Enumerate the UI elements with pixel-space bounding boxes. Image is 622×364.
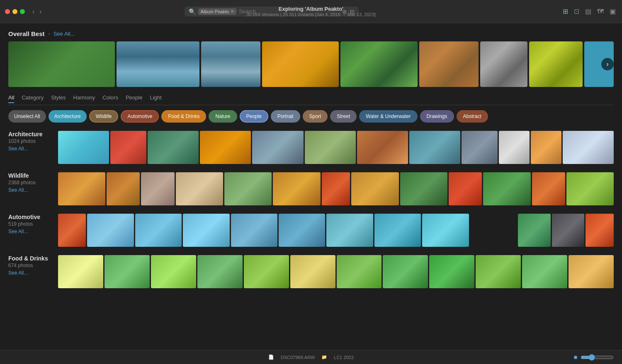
hero-img-8[interactable] [529,41,583,87]
hero-img-3[interactable] [201,41,260,87]
automotive-thumb-5[interactable] [231,214,277,247]
wildlife-thumb-4[interactable] [176,172,223,205]
category-food-button[interactable]: Food & Drinks [161,110,206,123]
wildlife-thumb-2[interactable] [107,172,140,205]
panel-view-button[interactable]: ▤ [584,6,593,17]
search-tag[interactable]: Album Peakto ✕ [198,8,236,15]
automotive-thumb-7[interactable] [326,214,373,247]
architecture-thumb-1[interactable] [58,131,109,164]
grid-medium-view-button[interactable]: ⊡ [573,6,581,17]
food-thumb-11[interactable] [522,255,567,288]
architecture-thumb-12[interactable] [563,131,614,164]
maximize-button[interactable] [20,9,25,14]
food-thumb-6[interactable] [290,255,335,288]
grid-small-view-button[interactable]: ⊞ [561,6,569,17]
category-buttons: Unselect All Architecture Wildlife Autom… [8,110,614,123]
wildlife-thumb-9[interactable] [400,172,447,205]
zoom-slider[interactable] [581,354,614,361]
architecture-thumb-10[interactable] [499,131,530,164]
category-abstract-button[interactable]: Abstract [457,110,488,123]
automotive-thumb-12[interactable] [552,214,585,247]
search-tag-close[interactable]: ✕ [231,9,234,14]
architecture-thumb-4[interactable] [200,131,251,164]
category-drawings-button[interactable]: Drawings [420,110,454,123]
wildlife-thumb-10[interactable] [449,172,482,205]
wildlife-thumb-13[interactable] [566,172,614,205]
automotive-thumb-8[interactable] [374,214,421,247]
category-architecture-button[interactable]: Architecture [49,110,87,123]
category-automotive-button[interactable]: Automotive [121,110,159,123]
wildlife-thumb-8[interactable] [351,172,398,205]
hero-img-7[interactable] [480,41,527,87]
category-sport-button[interactable]: Sport [303,110,328,123]
wildlife-thumb-6[interactable] [273,172,320,205]
automotive-thumb-11[interactable] [518,214,551,247]
architecture-thumb-5[interactable] [252,131,303,164]
forward-button[interactable]: › [38,7,43,16]
food-thumb-3[interactable] [151,255,196,288]
hero-img-1[interactable] [8,41,115,87]
automotive-thumb-4[interactable] [183,214,229,247]
minimize-button[interactable] [12,9,17,14]
section-food-seeall[interactable]: See All... [8,270,58,276]
food-thumb-1[interactable] [58,255,103,288]
category-wildlife-button[interactable]: Wildlife [89,110,119,123]
tab-harmony[interactable]: Harmony [73,94,95,103]
section-architecture-seeall[interactable]: See All... [8,146,58,152]
architecture-thumb-8[interactable] [409,131,460,164]
wildlife-thumb-5[interactable] [224,172,272,205]
architecture-thumb-6[interactable] [305,131,356,164]
food-thumb-4[interactable] [197,255,243,288]
hero-img-4[interactable] [262,41,339,87]
automotive-thumb-10[interactable] [470,214,517,247]
food-thumb-9[interactable] [429,255,474,288]
hero-img-6[interactable] [419,41,479,87]
section-wildlife-seeall[interactable]: See All... [8,187,58,193]
tab-colors[interactable]: Colors [102,94,118,103]
section-wildlife-row: Wildlife 2368 photos See All... [8,172,614,205]
tab-category[interactable]: Category [22,94,44,103]
food-thumb-12[interactable] [569,255,614,288]
automotive-thumb-13[interactable] [586,214,613,247]
hero-next-button[interactable]: › [601,58,614,70]
wildlife-thumb-7[interactable] [322,172,350,205]
map-view-button[interactable]: 🗺 [596,7,605,17]
automotive-thumb-1[interactable] [58,214,86,247]
food-thumb-10[interactable] [476,255,521,288]
architecture-thumb-2[interactable] [110,131,146,164]
tab-light[interactable]: Light [150,94,161,103]
close-button[interactable] [5,9,10,14]
category-street-button[interactable]: Street [330,110,357,123]
wildlife-thumb-11[interactable] [483,172,530,205]
tab-people[interactable]: People [126,94,142,103]
unselect-all-button[interactable]: Unselect All [8,110,46,123]
overall-best-see-all[interactable]: See All... [53,31,75,37]
category-portrait-button[interactable]: Portrait [271,110,300,123]
hero-img-2[interactable] [117,41,199,87]
automotive-thumb-9[interactable] [422,214,469,247]
wildlife-thumb-1[interactable] [58,172,105,205]
architecture-thumb-3[interactable] [148,131,199,164]
category-nature-button[interactable]: Nature [209,110,237,123]
tab-styles[interactable]: Styles [51,94,66,103]
window-subtitle: 30 094 Versions | 25 311 Instants [Jan 4… [246,12,376,17]
wildlife-thumb-12[interactable] [532,172,565,205]
food-thumb-2[interactable] [104,255,150,288]
automotive-thumb-6[interactable] [279,214,325,247]
architecture-thumb-9[interactable] [462,131,497,164]
automotive-thumb-3[interactable] [135,214,182,247]
architecture-thumb-11[interactable] [531,131,561,164]
food-thumb-7[interactable] [337,255,382,288]
tab-all[interactable]: All [8,94,14,103]
automotive-thumb-2[interactable] [87,214,134,247]
hero-img-5[interactable] [340,41,418,87]
food-thumb-5[interactable] [244,255,289,288]
category-water-button[interactable]: Water & Underwater [359,110,417,123]
back-button[interactable]: ‹ [31,7,36,16]
section-automotive-seeall[interactable]: See All... [8,229,58,234]
category-people-button[interactable]: People [240,110,268,123]
wildlife-thumb-3[interactable] [141,172,174,205]
food-thumb-8[interactable] [383,255,428,288]
architecture-thumb-7[interactable] [357,131,408,164]
sidebar-toggle-button[interactable]: ▣ [608,6,617,17]
